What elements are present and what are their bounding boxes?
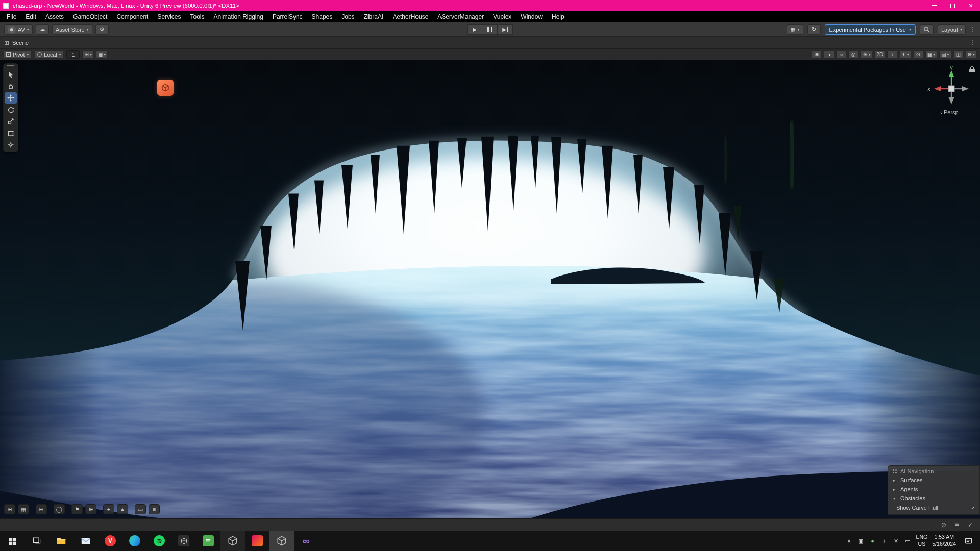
ai-navigation-header[interactable]: AI Navigation — [888, 467, 979, 475]
file-explorer-app[interactable] — [49, 531, 74, 551]
search-button[interactable] — [920, 24, 934, 35]
flag-marker-icon[interactable]: ⚑ — [71, 504, 83, 514]
menu-vuplex[interactable]: Vuplex — [488, 12, 516, 22]
unity-editor-app[interactable] — [220, 531, 245, 551]
tray-audio-icon[interactable]: ♪ — [881, 538, 888, 544]
spotify-app[interactable] — [147, 531, 172, 551]
menu-help[interactable]: Help — [547, 12, 569, 22]
experimental-packages-dropdown[interactable]: Experimental Packages In Use ▾ — [825, 24, 916, 35]
task-view-button[interactable] — [24, 531, 49, 551]
visual-studio-app[interactable]: ∞ — [294, 531, 318, 551]
menu-shapes[interactable]: Shapes — [307, 12, 337, 22]
ai-nav-row-show-carve-hull[interactable]: Show Carve Hull✓ — [888, 503, 979, 512]
vivaldi-app[interactable]: V — [98, 531, 122, 551]
grid-visibility-icon[interactable]: ▦▾ — [925, 50, 937, 59]
scene-canvas[interactable] — [0, 60, 980, 518]
close-button[interactable]: ✕ — [962, 0, 980, 11]
menu-file[interactable]: File — [2, 12, 21, 22]
ai-nav-row-obstacles[interactable]: ▾Obstacles — [888, 494, 979, 503]
menu-tools[interactable]: Tools — [185, 12, 209, 22]
shading-mode-icon[interactable]: ◑ — [824, 50, 834, 59]
grid-snap-icon[interactable]: ⊞▾ — [82, 50, 93, 59]
layers-small-icon[interactable]: ≡ — [149, 504, 160, 514]
rider-app[interactable] — [245, 531, 270, 551]
taskbar-clock[interactable]: 1:53 AM 5/16/2024 — [932, 534, 956, 547]
cloud-button[interactable]: ☁ — [36, 24, 49, 35]
audio-icon[interactable]: ♪ — [887, 50, 897, 59]
terrain-icon[interactable]: ▲ — [117, 504, 128, 514]
camera-icon[interactable]: ◫ — [953, 50, 964, 59]
layout-dropdown[interactable]: Layout ▾ — [938, 24, 966, 35]
move-tool[interactable] — [5, 92, 17, 104]
gizmos-icon[interactable]: ⊕▾ — [966, 50, 977, 59]
hand-tool[interactable] — [5, 81, 17, 92]
frame-icon[interactable]: ▭ — [135, 504, 146, 514]
menu-edit[interactable]: Edit — [21, 12, 41, 22]
account-dropdown[interactable]: ☻ AV ▾ — [4, 24, 33, 35]
mode-2d-toggle[interactable]: 2D — [874, 50, 885, 59]
ai-nav-row-agents[interactable]: ▸Agents — [888, 485, 979, 494]
pause-button[interactable] — [482, 24, 498, 35]
hidden-icons-chevron[interactable]: ∧ — [846, 538, 853, 544]
tray-generic-icon[interactable]: ▣ — [857, 538, 865, 544]
rect-tool[interactable] — [5, 128, 17, 139]
lock-icon[interactable] — [969, 66, 975, 72]
kebab-menu-icon[interactable]: ⋮ — [970, 26, 976, 33]
minimize-button[interactable] — [925, 0, 943, 11]
tool-strip-drag-handle[interactable] — [7, 65, 14, 67]
transform-tool[interactable] — [5, 139, 17, 151]
zoom-icon[interactable]: ⊕ — [85, 504, 96, 514]
move-handle-icon[interactable]: + — [103, 504, 114, 514]
menu-animation-rigging[interactable]: Animation Rigging — [209, 12, 267, 22]
scene-object-gizmo-icon[interactable] — [157, 80, 174, 96]
tray-network-icon[interactable]: ▭ — [904, 538, 912, 544]
snap-increment-icon[interactable]: ▦▾ — [96, 50, 108, 59]
layers-status-icon[interactable]: ≣ — [954, 521, 960, 529]
scene-tab[interactable]: Scene — [12, 40, 29, 46]
ai-nav-row-surfaces[interactable]: ▸Surfaces — [888, 475, 979, 485]
menu-aservermanager[interactable]: AServerManager — [433, 12, 488, 22]
unity-editor-active-app[interactable] — [270, 531, 294, 551]
settings-button[interactable]: ⚙ — [95, 24, 109, 35]
step-button[interactable]: ▶ — [498, 24, 513, 35]
menu-component[interactable]: Component — [112, 12, 153, 22]
play-button[interactable]: ▶ — [467, 24, 482, 35]
lighting-icon[interactable]: ☀▾ — [861, 50, 872, 59]
menu-services[interactable]: Services — [153, 12, 185, 22]
mail-app[interactable] — [74, 531, 98, 551]
circle-select-icon[interactable]: ◯ — [54, 504, 65, 514]
start-button[interactable] — [0, 531, 24, 551]
shaded-wireframe-icon[interactable]: ◎ — [848, 50, 859, 59]
check-status-icon[interactable]: ✓ — [968, 521, 973, 529]
grid-toggle-icon[interactable]: ▦ — [18, 504, 29, 514]
language-indicator[interactable]: ENG US — [916, 534, 928, 547]
asset-store-dropdown[interactable]: Asset Store ▾ — [52, 24, 92, 35]
handle-space-dropdown[interactable]: Local ▾ — [34, 50, 64, 59]
rotate-tool[interactable] — [5, 104, 17, 115]
menu-aetherhouse[interactable]: AetherHouse — [388, 12, 433, 22]
wireframe-icon[interactable]: ○ — [836, 50, 846, 59]
overlays-icon[interactable]: ▤▾ — [939, 50, 951, 59]
render-doc-icon[interactable]: ◙ — [812, 50, 822, 59]
tab-kebab-icon[interactable]: ⋮ — [970, 39, 976, 46]
notes-app[interactable] — [196, 531, 220, 551]
layers-dropdown[interactable]: ▦ ▾ — [787, 24, 803, 35]
notifications-status-icon[interactable]: ⊘ — [941, 521, 946, 529]
effects-icon[interactable]: ✶▾ — [899, 50, 911, 59]
menu-parrelsync[interactable]: ParrelSync — [268, 12, 307, 22]
view-tool[interactable] — [5, 69, 17, 80]
menu-assets[interactable]: Assets — [41, 12, 68, 22]
tray-eco-icon[interactable]: ● — [869, 538, 876, 544]
history-button[interactable]: ↻ — [807, 24, 821, 35]
grid-size-input[interactable]: 1 — [66, 50, 80, 59]
menu-jobs[interactable]: Jobs — [337, 12, 359, 22]
measure-icon[interactable]: ⊟ — [36, 504, 47, 514]
maximize-button[interactable] — [943, 0, 962, 11]
tray-mute-icon[interactable]: ✕ — [893, 538, 900, 544]
scene-viewport[interactable]: y x ‹ Persp AI Navigation — [0, 60, 980, 518]
scene-orientation-gizmo[interactable]: y x ‹ Persp — [923, 62, 976, 115]
menu-zibraai[interactable]: ZibraAI — [359, 12, 388, 22]
select-filter-icon[interactable]: ⊞ — [4, 504, 15, 514]
menu-gameobject[interactable]: GameObject — [68, 12, 112, 22]
action-center-button[interactable] — [961, 531, 976, 551]
